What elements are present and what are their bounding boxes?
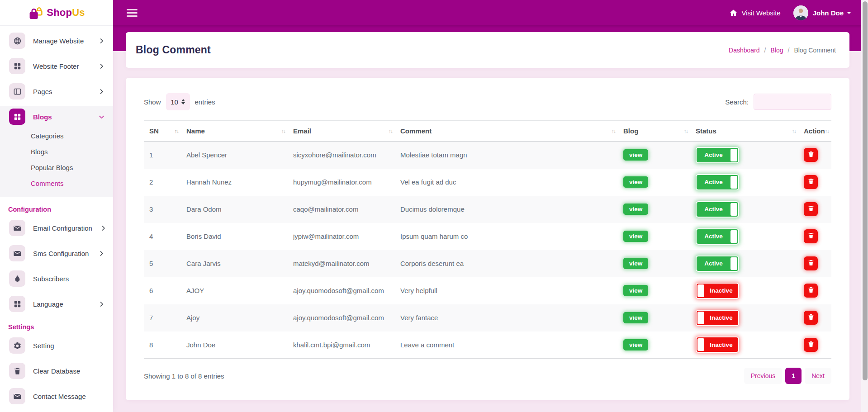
brand-name: ShopUs <box>47 7 85 19</box>
entries-per-page-select[interactable]: 10 <box>166 93 190 110</box>
sidebar-item-setting[interactable]: Setting <box>7 335 107 356</box>
page-number-button[interactable]: 1 <box>785 368 802 384</box>
status-toggle[interactable]: Active <box>696 256 739 272</box>
status-label: Active <box>697 206 730 213</box>
sidebar-subitem-blogs[interactable]: Blogs <box>0 144 113 160</box>
status-toggle[interactable]: Inactive <box>696 310 739 326</box>
breadcrumb-separator: / <box>764 47 766 54</box>
cell-name: Abel Spencer <box>181 142 288 169</box>
column-header-status[interactable]: Status↑↓ <box>690 121 798 142</box>
trash-icon <box>807 286 815 295</box>
user-menu[interactable]: John Doe <box>813 9 844 17</box>
sidebar-item-label: Blogs <box>33 113 90 121</box>
trash-icon <box>807 151 815 159</box>
delete-button[interactable] <box>804 175 818 189</box>
sidebar-item-website-footer[interactable]: Website Footer <box>7 56 107 76</box>
table-row: 2 Hannah Nunez hupymug@mailinator.com Ve… <box>144 169 831 196</box>
scrollbar-thumb[interactable] <box>863 1 868 380</box>
trash-icon <box>807 313 815 322</box>
cell-comment: Corporis deserunt ea <box>395 250 618 277</box>
sidebar-item-clear-database[interactable]: Clear Database <box>7 360 107 381</box>
view-blog-button[interactable]: view <box>623 258 648 269</box>
view-blog-button[interactable]: view <box>623 339 648 350</box>
delete-button[interactable] <box>804 311 818 325</box>
search-label: Search: <box>725 98 749 106</box>
delete-button[interactable] <box>804 284 818 298</box>
table-row: 1 Abel Spencer sicyxohore@mailinator.com… <box>144 142 831 169</box>
sidebar-toggle-hamburger-icon[interactable] <box>127 9 138 17</box>
sidebar-item-label: Subscribers <box>33 275 105 283</box>
chevron-right-icon <box>100 225 107 232</box>
sidebar-item-pages[interactable]: Pages <box>7 81 107 102</box>
trash-icon <box>807 259 815 268</box>
page-title-bar: Blog Comment Dashboard/Blog/Blog Comment <box>126 32 849 68</box>
sidebar: ShopUs Manage Website Website Footer Pag… <box>0 0 113 412</box>
select-stepper-icon <box>181 99 185 104</box>
delete-button[interactable] <box>804 256 818 270</box>
sidebar-item-sms-configuration[interactable]: Sms Configuration <box>7 243 107 264</box>
column-header-name[interactable]: Name↑↓ <box>181 121 288 142</box>
sort-icon: ↑↓ <box>825 128 829 134</box>
view-blog-button[interactable]: view <box>623 312 648 323</box>
show-label: Show <box>144 98 161 106</box>
sidebar-item-email-configuration[interactable]: Email Configuration <box>7 218 107 238</box>
status-label: Active <box>697 152 730 158</box>
delete-button[interactable] <box>804 148 818 162</box>
cell-name: AJOY <box>181 277 288 304</box>
visit-website-link[interactable]: Visit Website <box>729 9 781 17</box>
envelope-icon <box>9 245 25 261</box>
cell-email: khalil.cmt.bpi@gmail.com <box>288 331 395 359</box>
cell-name: Boris David <box>181 223 288 250</box>
breadcrumb-link-blog[interactable]: Blog <box>770 47 783 54</box>
view-blog-button[interactable]: view <box>623 285 648 296</box>
delete-button[interactable] <box>804 229 818 243</box>
sidebar-item-label: Contact Message <box>33 393 105 400</box>
toggle-knob <box>730 230 737 243</box>
status-toggle[interactable]: Inactive <box>696 283 739 299</box>
page-title: Blog Comment <box>136 44 211 56</box>
column-header-blog[interactable]: Blog↑↓ <box>618 121 690 142</box>
previous-page-button[interactable]: Previous <box>744 368 782 384</box>
delete-button[interactable] <box>804 338 818 352</box>
brand-logo[interactable]: ShopUs <box>0 0 113 26</box>
column-header-email[interactable]: Email↑↓ <box>288 121 395 142</box>
search-input[interactable] <box>754 94 831 110</box>
table-row: 6 AJOY ajoy.quomodosoft@gmail.com Very h… <box>144 277 831 304</box>
toggle-knob <box>730 149 737 161</box>
column-header-sn[interactable]: SN↑↓ <box>144 121 181 142</box>
cell-name: John Doe <box>181 331 288 359</box>
sidebar-item-blogs[interactable]: Blogs <box>7 106 107 127</box>
view-blog-button[interactable]: view <box>623 149 648 161</box>
trash-icon <box>807 205 815 213</box>
page-scrollbar[interactable] <box>861 0 868 412</box>
breadcrumb-link-dashboard[interactable]: Dashboard <box>729 47 760 54</box>
column-header-action[interactable]: Action↑↓ <box>798 121 831 142</box>
sidebar-subitem-popular-blogs[interactable]: Popular Blogs <box>0 160 113 175</box>
view-blog-button[interactable]: view <box>623 204 648 215</box>
home-icon <box>729 9 738 17</box>
table-row: 3 Dara Odom caqo@mailinator.com Ducimus … <box>144 196 831 223</box>
toggle-knob <box>697 284 704 297</box>
breadcrumb-separator: / <box>788 47 790 54</box>
entries-label: entries <box>195 98 215 106</box>
sidebar-item-subscribers[interactable]: Subscribers <box>7 268 107 289</box>
view-blog-button[interactable]: view <box>623 231 648 242</box>
delete-button[interactable] <box>804 202 818 216</box>
sidebar-subitem-comments[interactable]: Comments <box>0 175 113 191</box>
caret-down-icon <box>847 12 851 16</box>
view-blog-button[interactable]: view <box>623 176 648 188</box>
sidebar-item-manage-website[interactable]: Manage Website <box>7 30 107 51</box>
status-toggle[interactable]: Inactive <box>696 336 739 353</box>
column-header-comment[interactable]: Comment↑↓ <box>395 121 618 142</box>
status-toggle[interactable]: Active <box>696 228 739 245</box>
user-avatar[interactable] <box>793 5 808 20</box>
next-page-button[interactable]: Next <box>805 368 831 384</box>
cell-sn: 5 <box>144 250 181 277</box>
cell-sn: 6 <box>144 277 181 304</box>
status-toggle[interactable]: Active <box>696 147 739 163</box>
sidebar-item-contact-message[interactable]: Contact Message <box>7 386 107 407</box>
status-toggle[interactable]: Active <box>696 174 739 190</box>
sidebar-subitem-categories[interactable]: Categories <box>0 128 113 144</box>
status-toggle[interactable]: Active <box>696 201 739 218</box>
sidebar-item-language[interactable]: Language <box>7 294 107 314</box>
